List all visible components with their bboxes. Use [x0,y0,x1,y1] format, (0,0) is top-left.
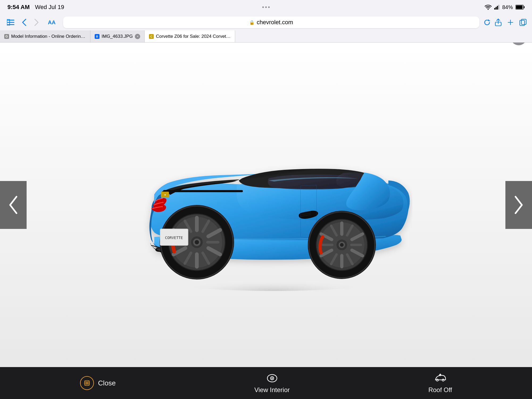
tabs-row: G Model Information - Online Ordering Gu… [0,30,532,43]
prev-arrow-button[interactable] [0,181,27,229]
wifi-icon [485,5,492,10]
svg-rect-0 [494,8,495,10]
three-dots [262,6,270,8]
view-interior-label: View Interior [254,386,290,394]
tab-corvette[interactable]: C Corvette Z06 for Sale: 2024 Corvette Z… [145,30,235,42]
status-left: 9:54 AM Wed Jul 19 [7,4,64,11]
share-button[interactable] [495,18,502,26]
reload-button[interactable] [484,19,491,26]
car-display: CORVETTE ✦ [0,43,532,367]
new-tab-button[interactable] [507,19,514,26]
status-right: 84% [485,4,525,10]
tab-favicon-model: G [4,34,9,39]
svg-rect-1 [496,7,497,10]
tab-title-corvette: Corvette Z06 for Sale: 2024 Corvette Z06… [156,34,231,39]
roof-off-icon [434,372,446,384]
tabs-overview-button[interactable] [519,19,527,26]
sidebar-toggle-button[interactable] [5,18,16,27]
close-label: Close [98,379,116,387]
battery-icon [516,5,525,10]
svg-rect-3 [498,5,499,10]
svg-rect-2 [497,6,498,10]
svg-rect-6 [516,6,523,9]
browser-chrome: AA 🔒 chevrolet.com [0,14,532,43]
tab-title-model: Model Information - Online Ordering Guid… [11,34,86,39]
svg-point-44 [195,240,199,244]
status-center [262,6,270,8]
tab-close-img[interactable]: × [135,34,140,39]
aa-button[interactable]: AA [45,18,59,27]
main-content: CORVETTE ✦ [0,43,532,367]
svg-text:CORVETTE: CORVETTE [165,236,183,240]
url-text: chevrolet.com [257,19,293,26]
svg-rect-8 [7,22,14,23]
tab-favicon-corvette: C [149,34,154,39]
bottom-toolbar: Close View Interior Roof [0,367,532,399]
toolbar-row: AA 🔒 chevrolet.com [0,14,532,30]
svg-point-64 [340,243,344,247]
tab-favicon-img: B [95,34,99,39]
svg-point-74 [271,378,273,379]
tab-title-img: IMG_4633.JPG [102,34,133,39]
toolbar-right [495,18,527,26]
view-interior-button[interactable]: View Interior [254,372,290,394]
battery-percentage: 84% [502,4,513,10]
address-bar[interactable]: 🔒 chevrolet.com [63,17,479,28]
svg-rect-5 [524,6,525,8]
car-image: CORVETTE ✦ [120,114,412,295]
svg-rect-9 [7,24,14,25]
svg-rect-17 [163,190,243,192]
chevron-left-icon [8,196,19,214]
view-interior-icon [266,372,278,384]
roof-off-label: Roof Off [428,386,452,394]
status-time: 9:54 AM [7,4,30,11]
tab-model-information[interactable]: G Model Information - Online Ordering Gu… [0,30,90,42]
next-arrow-button[interactable] [505,181,532,229]
signal-icon [494,5,500,10]
status-bar: 9:54 AM Wed Jul 19 84% [0,0,532,14]
svg-rect-7 [7,20,14,20]
svg-text:✦: ✦ [164,193,166,196]
chevron-right-icon [513,196,524,214]
forward-button[interactable] [32,17,40,28]
roof-off-button[interactable]: Roof Off [428,372,452,394]
back-button[interactable] [20,17,28,28]
close-circle-icon [80,376,94,390]
close-button[interactable]: Close [80,376,116,390]
lock-icon: 🔒 [249,20,255,25]
expand-icon [84,380,90,386]
status-date: Wed Jul 19 [35,4,64,11]
tab-img[interactable]: B IMG_4633.JPG × [90,30,145,42]
